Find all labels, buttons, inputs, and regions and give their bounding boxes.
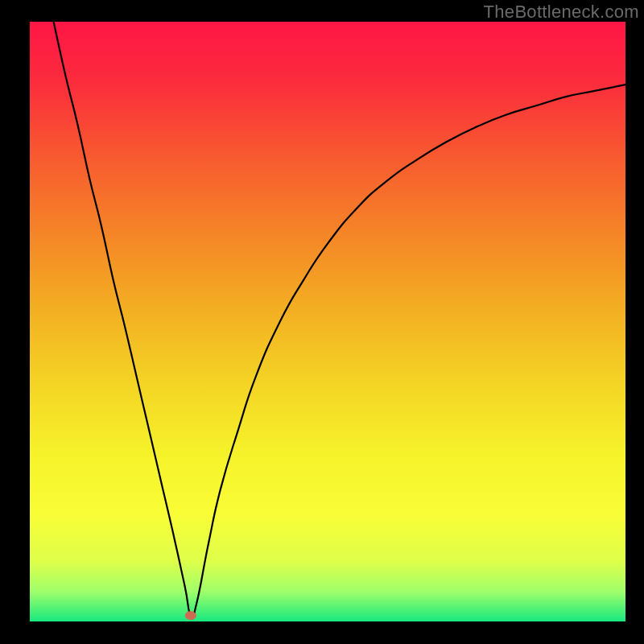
chart-frame: TheBottleneck.com bbox=[0, 0, 644, 644]
watermark-label: TheBottleneck.com bbox=[484, 2, 639, 23]
min-marker bbox=[185, 611, 196, 620]
plot-background bbox=[30, 22, 625, 621]
bottleneck-chart bbox=[0, 0, 644, 644]
